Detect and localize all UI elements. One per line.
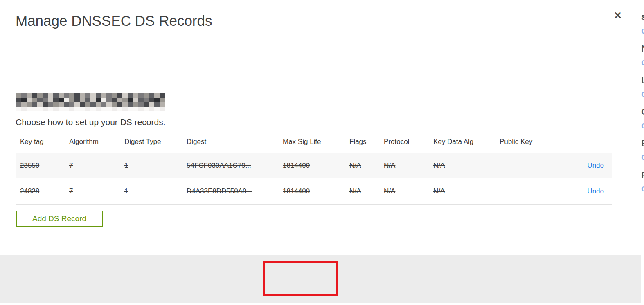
undo-link[interactable]: Undo	[587, 187, 604, 195]
column-header-algorithm: Algorithm	[65, 138, 120, 146]
cell-digest-type: 1	[120, 161, 182, 170]
cell-max-sig-life: 1814400	[279, 187, 345, 195]
column-header-digest: Digest	[182, 138, 279, 146]
column-header-key-data-alg: Key Data Alg	[429, 138, 495, 146]
cell-digest: D4A33E8DD550A9...	[182, 187, 279, 195]
modal-footer: Save Cancel	[0, 255, 641, 303]
cell-digest: 54FCF030AA1C79...	[182, 161, 279, 170]
column-header-max-sig-life: Max Sig Life	[279, 138, 345, 146]
cell-protocol: N/A	[380, 161, 429, 170]
page-title: Manage DNSSEC DS Records	[16, 13, 212, 29]
redacted-domain	[16, 93, 165, 111]
table-header-row: Key tag Algorithm Digest Type Digest Max…	[16, 135, 612, 153]
cell-algorithm: 7	[65, 161, 120, 170]
background-page-strip: soNoLoCoEoPo	[641, 0, 644, 305]
add-ds-record-button[interactable]: Add DS Record	[16, 211, 103, 227]
ds-records-table: Key tag Algorithm Digest Type Digest Max…	[16, 135, 612, 205]
cell-max-sig-life: 1814400	[279, 161, 345, 170]
cell-key-data-alg: N/A	[429, 187, 495, 195]
undo-link[interactable]: Undo	[587, 161, 604, 169]
close-icon[interactable]: ✕	[614, 11, 622, 20]
subtitle-text: Choose how to set up your DS records.	[16, 117, 166, 127]
cell-key-tag: 24828	[16, 187, 65, 195]
table-row: 24828 7 1 D4A33E8DD550A9... 1814400 N/A …	[16, 178, 612, 205]
cell-digest-type: 1	[120, 187, 182, 195]
cell-key-tag: 23550	[16, 161, 65, 170]
column-header-flags: Flags	[345, 138, 380, 146]
cell-algorithm: 7	[65, 187, 120, 195]
cell-key-data-alg: N/A	[429, 161, 495, 170]
cell-flags: N/A	[345, 161, 380, 170]
table-row: 23550 7 1 54FCF030AA1C79... 1814400 N/A …	[16, 153, 612, 178]
column-header-public-key: Public Key	[495, 138, 557, 146]
cell-protocol: N/A	[380, 187, 429, 195]
column-header-digest-type: Digest Type	[120, 138, 182, 146]
manage-dnssec-modal: Manage DNSSEC DS Records ✕ Choose how to…	[0, 0, 641, 303]
column-header-protocol: Protocol	[380, 138, 429, 146]
screenshot-frame: Manage DNSSEC DS Records ✕ Choose how to…	[0, 0, 644, 305]
column-header-key-tag: Key tag	[16, 138, 65, 146]
cell-flags: N/A	[345, 187, 380, 195]
